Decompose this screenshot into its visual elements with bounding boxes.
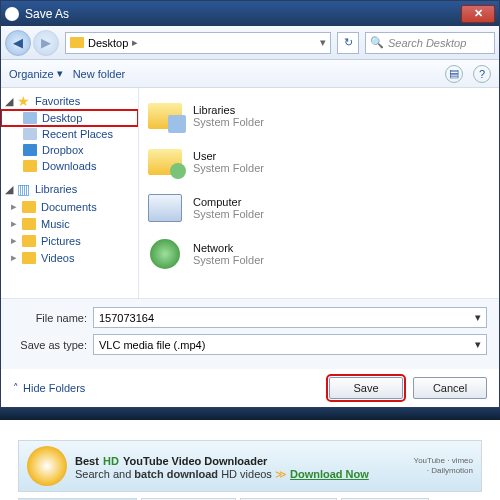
footer: ˄Hide Folders Save Cancel bbox=[1, 369, 499, 407]
list-item[interactable]: NetworkSystem Folder bbox=[147, 232, 491, 276]
sidebar-item-recent[interactable]: Recent Places bbox=[1, 126, 138, 142]
window-title: Save As bbox=[25, 7, 461, 21]
chevron-right-icon: ▸ bbox=[132, 36, 138, 49]
breadcrumb-location: Desktop bbox=[88, 37, 128, 49]
music-icon bbox=[22, 218, 36, 230]
videos-icon bbox=[22, 252, 36, 264]
chevron-down-icon[interactable]: ▾ bbox=[320, 36, 326, 49]
help-button[interactable]: ? bbox=[473, 65, 491, 83]
folder-icon bbox=[70, 37, 84, 48]
search-icon: 🔍 bbox=[370, 36, 384, 49]
libraries-folder-icon bbox=[148, 103, 182, 129]
organize-button[interactable]: Organize ▾ bbox=[9, 67, 63, 80]
dropbox-icon bbox=[23, 144, 37, 156]
list-item[interactable]: ComputerSystem Folder bbox=[147, 186, 491, 230]
titlebar[interactable]: Save As ✕ bbox=[1, 1, 499, 26]
sidebar: ◢★Favorites Desktop Recent Places Dropbo… bbox=[1, 88, 139, 298]
close-button[interactable]: ✕ bbox=[461, 5, 495, 23]
favorites-header[interactable]: ◢★Favorites bbox=[1, 92, 138, 110]
view-options-button[interactable]: ▤ bbox=[445, 65, 463, 83]
fields-area: File name: 157073164▾ Save as type: VLC … bbox=[1, 298, 499, 369]
list-item[interactable]: UserSystem Folder bbox=[147, 140, 491, 184]
refresh-button[interactable]: ↻ bbox=[337, 32, 359, 54]
libraries-header[interactable]: ◢▥Libraries bbox=[1, 180, 138, 198]
libraries-icon: ▥ bbox=[17, 182, 31, 196]
user-folder-icon bbox=[148, 149, 182, 175]
toolbar: Organize ▾ New folder ▤ ? bbox=[1, 60, 499, 88]
downloads-icon bbox=[23, 160, 37, 172]
nav-bar: ◀ ▶ Desktop ▸ ▾ ↻ 🔍 Search Desktop bbox=[1, 26, 499, 60]
filename-input[interactable]: 157073164▾ bbox=[93, 307, 487, 328]
list-item[interactable]: LibrariesSystem Folder bbox=[147, 94, 491, 138]
hide-folders-button[interactable]: ˄Hide Folders bbox=[13, 382, 85, 395]
save-as-dialog: Save As ✕ ◀ ▶ Desktop ▸ ▾ ↻ 🔍 Search Des… bbox=[0, 0, 500, 408]
sidebar-item-downloads[interactable]: Downloads bbox=[1, 158, 138, 174]
new-folder-button[interactable]: New folder bbox=[73, 68, 126, 80]
back-button[interactable]: ◀ bbox=[5, 30, 31, 56]
filetype-select[interactable]: VLC media file (.mp4)▾ bbox=[93, 334, 487, 355]
file-list[interactable]: LibrariesSystem Folder UserSystem Folder… bbox=[139, 88, 499, 298]
expand-icon: ▸ bbox=[11, 234, 17, 247]
chevron-down-icon[interactable]: ▾ bbox=[475, 338, 481, 351]
ad-banner[interactable]: Best HD YouTube Video Downloader Search … bbox=[18, 440, 482, 492]
recent-icon bbox=[23, 128, 37, 140]
sidebar-item-documents[interactable]: ▸Documents bbox=[1, 198, 138, 215]
filetype-label: Save as type: bbox=[13, 339, 93, 351]
sidebar-item-pictures[interactable]: ▸Pictures bbox=[1, 232, 138, 249]
breadcrumb[interactable]: Desktop ▸ ▾ bbox=[65, 32, 331, 54]
forward-button[interactable]: ▶ bbox=[33, 30, 59, 56]
filename-label: File name: bbox=[13, 312, 93, 324]
search-placeholder: Search Desktop bbox=[388, 37, 466, 49]
sidebar-item-desktop[interactable]: Desktop bbox=[1, 110, 138, 126]
background-strip bbox=[0, 408, 500, 420]
sidebar-item-videos[interactable]: ▸Videos bbox=[1, 249, 138, 266]
documents-icon bbox=[22, 201, 36, 213]
collapse-icon: ◢ bbox=[5, 95, 13, 108]
expand-icon: ▸ bbox=[11, 217, 17, 230]
desktop-icon bbox=[23, 112, 37, 124]
collapse-icon: ◢ bbox=[5, 183, 13, 196]
ad-logo-icon bbox=[27, 446, 67, 486]
save-button[interactable]: Save bbox=[329, 377, 403, 399]
chevron-up-icon: ˄ bbox=[13, 382, 19, 395]
app-icon bbox=[5, 7, 19, 21]
chevron-down-icon: ▾ bbox=[57, 67, 63, 80]
star-icon: ★ bbox=[17, 94, 31, 108]
pictures-icon bbox=[22, 235, 36, 247]
search-input[interactable]: 🔍 Search Desktop bbox=[365, 32, 495, 54]
network-icon bbox=[150, 239, 180, 269]
sidebar-item-music[interactable]: ▸Music bbox=[1, 215, 138, 232]
computer-icon bbox=[148, 194, 182, 222]
cancel-button[interactable]: Cancel bbox=[413, 377, 487, 399]
sidebar-item-dropbox[interactable]: Dropbox bbox=[1, 142, 138, 158]
expand-icon: ▸ bbox=[11, 200, 17, 213]
chevron-down-icon[interactable]: ▾ bbox=[475, 311, 481, 324]
expand-icon: ▸ bbox=[11, 251, 17, 264]
ad-brands: YouTube · vimeo · Dailymotion bbox=[413, 456, 473, 477]
download-now-link[interactable]: Download Now bbox=[290, 468, 369, 480]
